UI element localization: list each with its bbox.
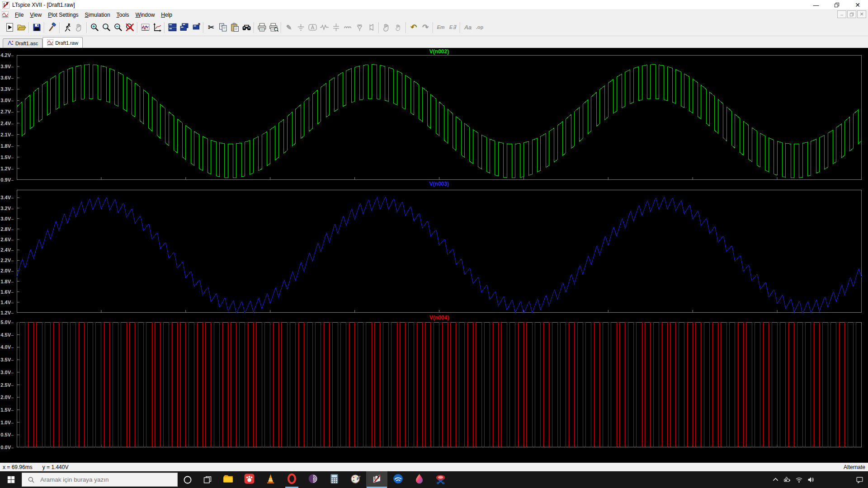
battery-plug-icon[interactable] (781, 471, 793, 488)
child-restore-button[interactable] (847, 10, 856, 18)
y-tick-label: 2.7V (0, 109, 14, 114)
trace-label-vn004[interactable]: V(n004) (17, 314, 862, 321)
open-new-window-icon[interactable] (190, 22, 202, 33)
copy-icon[interactable] (217, 22, 229, 33)
tab-draft1.asc[interactable]: Draft1.asc (3, 38, 42, 48)
wifi-icon[interactable] (793, 471, 805, 488)
redo-icon[interactable]: ↷ (420, 22, 431, 33)
control-panel-icon[interactable] (46, 22, 58, 33)
file-explorer-icon (222, 473, 234, 486)
zoom-out-icon[interactable] (112, 22, 124, 33)
toolbar-separator (433, 22, 434, 33)
cortana-button[interactable] (178, 471, 198, 488)
y-tick-label: 0.9V (0, 177, 14, 183)
ground-icon[interactable] (295, 22, 307, 33)
system-tray (769, 471, 868, 488)
drag-icon[interactable] (392, 22, 404, 33)
print-preview-icon[interactable] (268, 22, 279, 33)
child-close-button[interactable]: ✕ (857, 10, 866, 18)
save-icon[interactable] (31, 22, 42, 33)
taskbar-search[interactable] (22, 473, 178, 487)
toolbar-separator (378, 22, 379, 33)
taskbar-app-paw-app[interactable] (239, 471, 260, 488)
waveform-viewer[interactable]: V(n002)4.2V3.9V3.6V3.3V3.0V2.7V2.4V2.1V1… (0, 48, 868, 463)
mirror-icon[interactable]: Em (435, 22, 447, 33)
y-tick-label: 4.5V (0, 332, 14, 338)
media-snip-app-icon (435, 473, 446, 486)
menu-file[interactable]: File (12, 11, 27, 19)
taskbar-app-media-snip-app[interactable] (430, 471, 451, 488)
close-button[interactable]: ✕ (847, 0, 868, 10)
taskbar-app-calculator[interactable] (324, 471, 345, 488)
net-label-icon[interactable] (307, 22, 318, 33)
resistor-icon[interactable] (318, 22, 330, 33)
undo-icon[interactable]: ↶ (408, 22, 420, 33)
minimize-button[interactable]: — (806, 0, 826, 10)
y-tick-label: 3.0V (0, 370, 14, 375)
tab-draft1.raw[interactable]: Draft1.raw (42, 37, 83, 48)
open-icon[interactable] (15, 22, 27, 33)
draw-wire-icon[interactable]: ✎ (283, 22, 295, 33)
cascade-windows-icon[interactable] (178, 22, 190, 33)
taskbar-app-color-droplet-app[interactable] (409, 471, 430, 488)
start-button[interactable] (0, 471, 22, 488)
zoom-full-icon[interactable] (124, 22, 136, 33)
search-input[interactable] (39, 476, 163, 483)
menu-tools[interactable]: Tools (113, 11, 132, 19)
taskbar-app-openoffice[interactable] (387, 471, 409, 488)
diode-icon[interactable] (354, 22, 365, 33)
taskbar-app-paint[interactable] (345, 471, 366, 488)
y-tick-label: 2.5V (0, 382, 14, 388)
halt-icon[interactable] (61, 22, 73, 33)
taskbar-app-file-explorer[interactable] (217, 471, 239, 488)
text-icon[interactable]: Aa (462, 22, 474, 33)
menu-window[interactable]: Window (132, 11, 158, 19)
taskbar-app-vlc[interactable] (260, 471, 281, 488)
calculator-icon (329, 473, 340, 486)
waveform-plot-vn004[interactable] (17, 322, 862, 447)
autorange-icon[interactable] (151, 22, 163, 33)
find-icon[interactable] (241, 22, 252, 33)
y-tick-label: 1.6V (0, 289, 14, 295)
trace-label-vn003[interactable]: V(n003) (17, 181, 862, 187)
y-tick-label: 1.4V (0, 300, 14, 305)
move-icon[interactable] (381, 22, 392, 33)
paste-icon[interactable] (229, 22, 241, 33)
restore-button[interactable] (826, 0, 847, 10)
chevron-up-icon[interactable] (769, 471, 781, 488)
rotate-icon[interactable]: E∃ (447, 22, 458, 33)
pan-icon[interactable] (73, 22, 85, 33)
y-tick-label: 0.5V (0, 432, 14, 437)
spice-directive-icon[interactable]: .op (474, 22, 486, 33)
action-center-icon[interactable] (854, 471, 865, 488)
taskbar-app-opera[interactable] (281, 471, 302, 488)
task-view-button[interactable] (198, 471, 217, 488)
speaker-icon[interactable] (805, 471, 816, 488)
waveform-plot-vn002[interactable] (17, 55, 862, 180)
tile-windows-icon[interactable] (166, 22, 178, 33)
menu-items: FileViewPlot SettingsSimulationToolsWind… (12, 10, 175, 19)
taskbar-app-tor-browser[interactable] (302, 471, 324, 488)
plot-settings-icon[interactable] (139, 22, 151, 33)
zoom-area-icon[interactable] (100, 22, 112, 33)
taskbar-app-ltspice[interactable] (366, 471, 387, 488)
menu-simulation[interactable]: Simulation (82, 11, 113, 19)
y-tick-label: 1.8V (0, 143, 14, 149)
menu-help[interactable]: Help (158, 11, 175, 19)
zoom-in-icon[interactable] (89, 22, 100, 33)
inductor-icon[interactable] (342, 22, 354, 33)
y-tick-label: 1.2V (0, 166, 14, 171)
toolbar-separator (164, 22, 165, 33)
cut-icon[interactable]: ✂ (205, 22, 217, 33)
toolbar-separator (281, 22, 282, 33)
capacitor-icon[interactable] (330, 22, 342, 33)
menu-plot-settings[interactable]: Plot Settings (45, 11, 81, 19)
child-minimize-button[interactable]: – (837, 10, 846, 18)
y-tick-label: 1.5V (0, 407, 14, 413)
component-icon[interactable] (365, 22, 377, 33)
print-icon[interactable] (256, 22, 268, 33)
run-icon[interactable] (4, 22, 15, 33)
trace-label-vn002[interactable]: V(n002) (17, 48, 862, 55)
waveform-plot-vn003[interactable] (17, 190, 862, 313)
menu-view[interactable]: View (27, 11, 45, 19)
